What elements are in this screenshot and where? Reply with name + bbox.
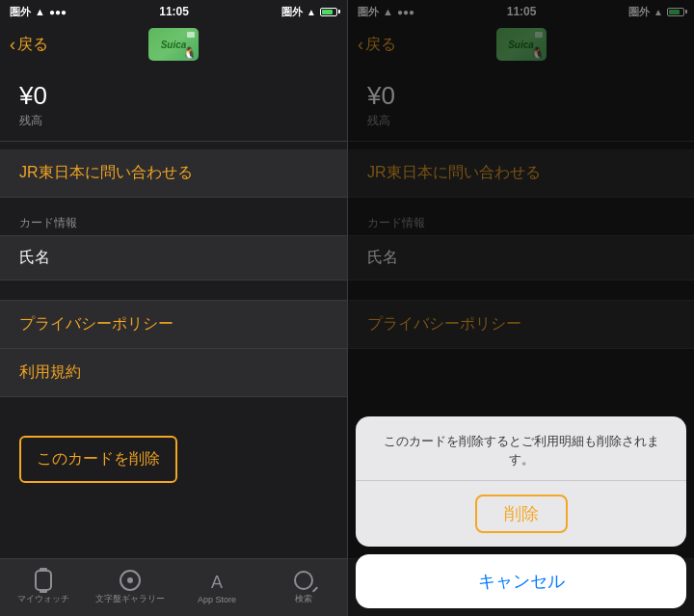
action-sheet: このカードを削除するとご利用明細も削除されます。 削除 キャンセル	[348, 416, 694, 616]
content-left: ¥0 残高 JR東日本に問い合わせる カード情報 氏名 プライバシーポリシー 利…	[0, 66, 347, 558]
suica-chip-left	[187, 32, 195, 38]
terms-row-left[interactable]: 利用規約	[0, 349, 347, 397]
status-left: 圏外 ▲ ●●●	[10, 5, 67, 19]
delete-section-left: このカードを削除	[0, 416, 347, 483]
wifi2-icon-left: ▲	[307, 7, 316, 17]
signal-left: ●●●	[49, 7, 67, 17]
status-bar-left: 圏外 ▲ ●●● 11:05 圏外 ▲	[0, 0, 347, 23]
appstore-tab-icon-left: A	[204, 572, 229, 593]
delete-card-button[interactable]: このカードを削除	[19, 436, 177, 483]
tab-appstore-left[interactable]: A App Store	[174, 566, 260, 610]
suica-card-left: Suica 🐧	[148, 28, 199, 61]
nav-bar-left: ‹ 戻る Suica 🐧	[0, 23, 347, 66]
action-cancel-button[interactable]: キャンセル	[356, 554, 686, 608]
privacy-section-left: プライバシーポリシー 利用規約	[0, 300, 347, 397]
tab-gallery-left[interactable]: 文字盤ギャラリー	[87, 564, 174, 611]
watch-icon-left	[35, 570, 52, 591]
card-info-header-left: カード情報	[0, 205, 347, 235]
search-icon-left	[294, 571, 313, 590]
time-left: 11:05	[159, 5, 189, 18]
jr-contact-text-left: JR東日本に問い合わせる	[19, 164, 193, 180]
gallery-tab-icon-left	[118, 570, 143, 591]
delete-card-text: このカードを削除	[37, 449, 160, 469]
suica-penguin-left: 🐧	[182, 46, 197, 60]
carrier-left: 圏外	[10, 5, 31, 19]
action-sheet-overlay: このカードを削除するとご利用明細も削除されます。 削除 キャンセル	[348, 0, 694, 616]
name-label-left: 氏名	[19, 249, 50, 265]
spacer1-left	[0, 142, 347, 149]
right-panel: 圏外 ▲ ●●● 11:05 圏外 ▲ ‹ 戻る Suica 🐧	[347, 0, 694, 616]
action-message-text: このカードを削除するとご利用明細も削除されます。	[384, 434, 659, 467]
tab-bar-left: マイウォッチ 文字盤ギャラリー A App Store 検索	[0, 558, 347, 616]
search-tab-icon-left	[291, 570, 316, 591]
status-right-left: 圏外 ▲	[281, 5, 337, 19]
appstore-icon-left: A	[206, 572, 227, 593]
action-sheet-top: このカードを削除するとご利用明細も削除されます。 削除	[356, 416, 686, 547]
balance-label-left: 残高	[19, 113, 328, 129]
tab-search-label-left: 検索	[295, 593, 312, 605]
action-cancel-text: キャンセル	[478, 570, 565, 593]
action-delete-button[interactable]: 削除	[475, 495, 568, 533]
tab-search-left[interactable]: 検索	[260, 564, 347, 611]
tab-watch-left[interactable]: マイウォッチ	[0, 564, 87, 611]
tab-appstore-label-left: App Store	[198, 595, 236, 604]
action-message: このカードを削除するとご利用明細も削除されます。	[356, 416, 686, 481]
tab-watch-label-left: マイウォッチ	[17, 593, 69, 605]
balance-section-left: ¥0 残高	[0, 66, 347, 142]
action-delete-row[interactable]: 削除	[356, 481, 686, 547]
privacy-row-left[interactable]: プライバシーポリシー	[0, 300, 347, 349]
terms-text-left: 利用規約	[19, 363, 81, 380]
battery-left	[320, 8, 337, 16]
info-section-left: 氏名	[0, 235, 347, 281]
chevron-left-icon: ‹	[10, 36, 15, 53]
back-button-left[interactable]: ‹ 戻る	[10, 35, 48, 55]
privacy-text-left: プライバシーポリシー	[19, 315, 174, 332]
back-label-left: 戻る	[17, 35, 48, 55]
spacer2-left	[0, 198, 347, 205]
left-panel: 圏外 ▲ ●●● 11:05 圏外 ▲ ‹ 戻る Suica 🐧	[0, 0, 347, 616]
dial-icon-left	[120, 570, 141, 591]
jr-contact-row-left[interactable]: JR東日本に問い合わせる	[0, 149, 347, 198]
name-row-left: 氏名	[0, 236, 347, 280]
carrier2-left: 圏外	[281, 5, 303, 19]
balance-amount-left: ¥0	[19, 81, 328, 111]
watch-tab-icon-left	[31, 570, 56, 591]
wifi-icon-left: ▲	[35, 6, 45, 17]
tab-gallery-label-left: 文字盤ギャラリー	[95, 593, 165, 605]
card-info-label-left: カード情報	[19, 216, 77, 229]
